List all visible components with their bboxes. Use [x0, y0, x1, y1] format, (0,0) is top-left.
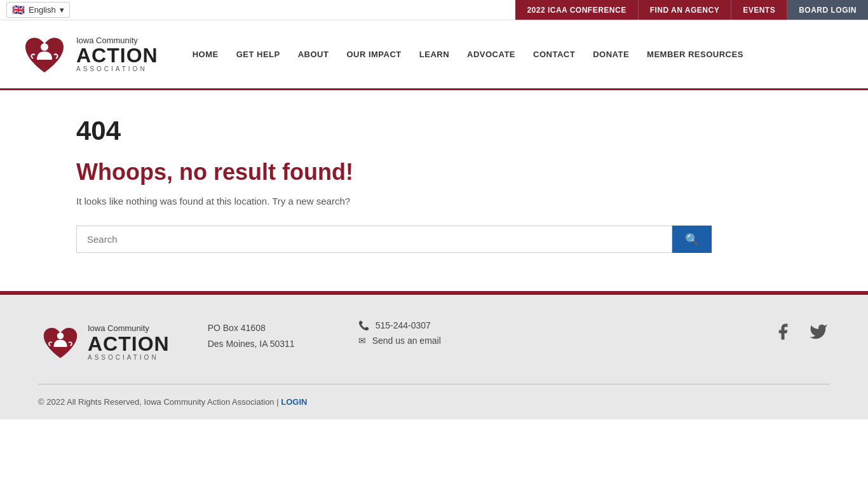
- nav-home[interactable]: HOME: [184, 44, 227, 64]
- footer-top: Iowa Community ACTION ASSOCIATION PO Box…: [38, 320, 830, 365]
- board-login-link[interactable]: BOARD LOGIN: [787, 0, 868, 20]
- email-link[interactable]: Send us an email: [372, 336, 441, 346]
- nav-member-resources[interactable]: MEMBER RESOURCES: [638, 44, 752, 64]
- chevron-down-icon: ▾: [60, 5, 64, 15]
- logo-text: Iowa Community ACTION ASSOCIATION: [76, 36, 158, 72]
- top-bar-links: 2022 ICAA CONFERENCE FIND AN AGENCY EVEN…: [515, 0, 868, 20]
- svg-point-0: [41, 43, 48, 51]
- icaa-conference-link[interactable]: 2022 ICAA CONFERENCE: [515, 0, 638, 20]
- email-icon: ✉: [358, 336, 366, 346]
- nav-advocate[interactable]: ADVOCATE: [458, 44, 524, 64]
- footer-logo-icon: [38, 320, 83, 365]
- error-code: 404: [76, 116, 843, 146]
- search-icon: 🔍: [685, 233, 699, 247]
- top-bar: 🇬🇧 English ▾ 2022 ICAA CONFERENCE FIND A…: [0, 0, 868, 20]
- footer-contact: 📞 515-244-0307 ✉ Send us an email: [358, 320, 441, 346]
- nav-get-help[interactable]: GET HELP: [227, 44, 289, 64]
- twitter-icon[interactable]: [807, 320, 830, 343]
- login-link[interactable]: LOGIN: [281, 397, 307, 407]
- search-input[interactable]: [76, 226, 672, 253]
- error-title: Whoops, no result found!: [76, 159, 843, 186]
- nav-donate[interactable]: DONATE: [584, 44, 638, 64]
- logo-action: ACTION: [76, 45, 158, 65]
- search-bar: 🔍: [76, 226, 712, 253]
- footer-logo-association: ASSOCIATION: [88, 354, 170, 361]
- main-nav: HOME GET HELP ABOUT OUR IMPACT LEARN ADV…: [184, 44, 752, 64]
- language-selector[interactable]: 🇬🇧 English ▾: [0, 2, 76, 18]
- svg-point-1: [57, 332, 64, 339]
- address-line1: PO Box 41608: [208, 320, 295, 336]
- header: Iowa Community ACTION ASSOCIATION HOME G…: [0, 20, 868, 90]
- footer-address: PO Box 41608 Des Moines, IA 50311: [208, 320, 295, 352]
- footer-bottom: © 2022 All Rights Reserved, Iowa Communi…: [38, 397, 830, 407]
- address-line2: Des Moines, IA 50311: [208, 336, 295, 352]
- flag-icon: 🇬🇧: [12, 4, 25, 16]
- language-label: English: [29, 5, 56, 15]
- nav-learn[interactable]: LEARN: [410, 44, 458, 64]
- nav-about[interactable]: ABOUT: [289, 44, 338, 64]
- logo-association: ASSOCIATION: [76, 65, 158, 72]
- footer-social: [771, 320, 830, 343]
- facebook-icon[interactable]: [771, 320, 794, 343]
- footer-email: ✉ Send us an email: [358, 336, 441, 346]
- footer-logo: Iowa Community ACTION ASSOCIATION: [38, 320, 170, 365]
- footer-logo-action: ACTION: [88, 334, 170, 354]
- error-description: It looks like nothing was found at this …: [76, 196, 843, 207]
- logo-link[interactable]: Iowa Community ACTION ASSOCIATION: [19, 29, 158, 80]
- main-content: 404 Whoops, no result found! It looks li…: [0, 90, 868, 291]
- phone-icon: 📞: [358, 320, 369, 330]
- phone-link[interactable]: 515-244-0307: [376, 320, 431, 330]
- footer-logo-text: Iowa Community ACTION ASSOCIATION: [88, 324, 170, 360]
- find-agency-link[interactable]: FIND AN AGENCY: [639, 0, 731, 20]
- footer: Iowa Community ACTION ASSOCIATION PO Box…: [0, 295, 868, 419]
- footer-phone: 📞 515-244-0307: [358, 320, 441, 330]
- language-dropdown[interactable]: 🇬🇧 English ▾: [6, 2, 70, 18]
- nav-our-impact[interactable]: OUR IMPACT: [337, 44, 410, 64]
- search-button[interactable]: 🔍: [672, 226, 712, 253]
- events-link[interactable]: EVENTS: [731, 0, 787, 20]
- nav-contact[interactable]: CONTACT: [524, 44, 584, 64]
- logo-icon: [19, 29, 70, 80]
- copyright-text: © 2022 All Rights Reserved, Iowa Communi…: [38, 397, 279, 407]
- footer-divider: [38, 384, 830, 384]
